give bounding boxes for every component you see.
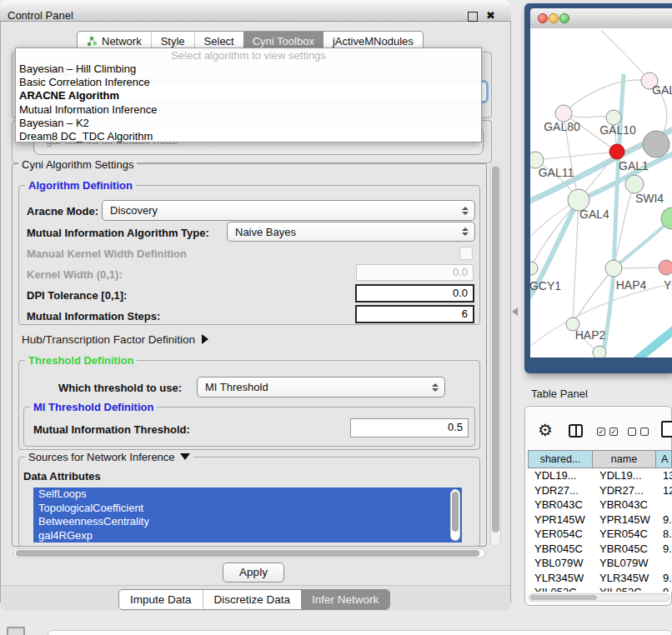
columns-icon[interactable]	[569, 424, 583, 438]
columns-icon-divider	[575, 426, 577, 436]
dpi-tolerance-label: DPI Tolerance [0,1]:	[27, 289, 127, 302]
apply-button[interactable]: Apply	[223, 562, 284, 582]
mi-threshold-input[interactable]: 0.5	[350, 418, 469, 438]
table-row[interactable]: YBR043CYBR043C	[528, 498, 672, 512]
algorithm-option[interactable]: Bayesian – Hill Climbing	[16, 62, 481, 76]
close-icon[interactable]: ✖	[486, 8, 495, 22]
tab-impute-data[interactable]: Impute Data	[119, 590, 203, 609]
data-attributes-label: Data Attributes	[23, 470, 101, 482]
algorithm-option[interactable]: ARACNE Algorithm	[16, 89, 481, 102]
table-cell: YER054C	[593, 528, 658, 540]
algorithm-option[interactable]: Dream8 DC_TDC Algorithm	[16, 130, 481, 143]
algorithm-option[interactable]: Mutual Information Inference	[16, 103, 481, 117]
table-row[interactable]: YBL079WYBL079W	[528, 556, 672, 571]
table-panel-title: Table Panel	[531, 388, 588, 400]
collapsed-arrow-icon	[202, 334, 208, 344]
manual-kernel-label: Manual Kernel Width Definition	[27, 248, 187, 260]
network-node-label: GAL	[652, 83, 672, 97]
network-node[interactable]	[625, 175, 644, 193]
table-cell: YIL052C	[528, 586, 593, 592]
which-threshold-value: MI Threshold	[205, 381, 268, 393]
table-row[interactable]: YBR045CYBR045C9.	[528, 542, 672, 557]
minimized-panel-icon[interactable]	[7, 627, 25, 635]
table-cell: YBR045C	[593, 542, 658, 555]
unchecked-box-icon	[640, 428, 649, 436]
table-cell: 9.	[658, 513, 672, 526]
algorithm-dropdown-popup: Select algorithm to view settings Bayesi…	[15, 48, 482, 142]
kernel-width-input[interactable]: 0.0	[356, 264, 474, 281]
select-all-checkboxes-icon[interactable]: ✓ ✓	[597, 428, 618, 436]
network-node[interactable]	[609, 144, 624, 159]
scrollbar-thumb[interactable]	[492, 166, 499, 532]
mi-algorithm-type-combo[interactable]: Naive Bayes	[227, 222, 475, 242]
mi-algorithm-type-label: Mutual Information Algorithm Type:	[27, 227, 209, 239]
document-icon[interactable]	[661, 421, 672, 438]
which-threshold-combo[interactable]: MI Threshold	[197, 377, 445, 398]
table-column-header[interactable]: A	[656, 450, 672, 468]
algorithm-option[interactable]: Basic Correlation Inference	[16, 76, 481, 89]
table-cell: YER054C	[528, 528, 593, 540]
table-cell: YBL079W	[528, 557, 593, 569]
stepper-arrows-icon	[432, 383, 439, 392]
network-canvas[interactable]: GALGAL80GAL10GAL1GAL11SWI4GAL4GCY1HAP4YH…	[530, 28, 672, 358]
attribute-list-item[interactable]: TopologicalCoefficient	[33, 502, 462, 516]
close-traffic-light[interactable]	[538, 13, 548, 23]
gear-icon[interactable]: ⚙	[538, 421, 553, 439]
table-cell: YLR345W	[528, 572, 593, 584]
attributes-scrollbar[interactable]	[450, 489, 460, 541]
cyni-algorithm-settings-label: Cyni Algorithm Settings	[18, 158, 137, 171]
unchecked-box-icon	[628, 428, 636, 436]
algorithm-option[interactable]: Bayesian – K2	[16, 117, 481, 130]
table-row[interactable]: YLR345WYLR345W9.	[528, 571, 672, 586]
manual-kernel-checkbox[interactable]	[459, 247, 473, 260]
float-window-icon[interactable]	[468, 12, 478, 22]
mi-steps-input[interactable]: 6	[355, 305, 474, 323]
network-node[interactable]	[605, 260, 622, 277]
zoom-traffic-light[interactable]	[559, 13, 569, 23]
network-icon	[87, 36, 98, 47]
attribute-list-item[interactable]: SelfLoops	[33, 488, 462, 502]
settings-vertical-scrollbar[interactable]	[490, 163, 501, 547]
table-cell: 8.	[658, 528, 672, 540]
table-cell: YPR145W	[528, 513, 593, 526]
table-cell: 9.	[658, 586, 672, 592]
attribute-list-item[interactable]: gal4RGexp	[33, 529, 462, 543]
table-row[interactable]: YPR145WYPR145W9.	[528, 512, 672, 528]
table-row[interactable]: YIL052CYIL052C9.	[528, 585, 672, 592]
scrollbar-thumb[interactable]	[530, 595, 597, 600]
algorithm-popup-list: Bayesian – Hill ClimbingBasic Correlatio…	[16, 62, 481, 143]
mi-algorithm-type-value: Naive Bayes	[235, 226, 296, 238]
table-cell: YDR27...	[528, 484, 593, 497]
network-node[interactable]	[593, 346, 606, 358]
minimize-traffic-light[interactable]	[549, 13, 559, 23]
attribute-list-item[interactable]: BetweennessCentrality	[33, 515, 462, 529]
aracne-mode-combo[interactable]: Discovery	[102, 200, 475, 221]
table-column-header[interactable]: shared...	[528, 450, 593, 468]
table-row[interactable]: YER054CYER054C8.	[528, 527, 672, 542]
table-row[interactable]: YDL19...YDL19...13	[528, 468, 672, 483]
network-node[interactable]	[555, 105, 572, 122]
aracne-mode-label: Aracne Mode:	[27, 205, 98, 218]
split-pane-collapse-icon[interactable]	[512, 308, 518, 316]
table-row[interactable]: YDR27...YDR27...12	[528, 483, 672, 498]
network-node[interactable]	[643, 131, 669, 158]
network-node[interactable]	[659, 260, 672, 275]
hub-definition-toggle[interactable]: Hub/Transcription Factor Definition	[22, 333, 208, 346]
dpi-tolerance-input[interactable]: 0.0	[355, 284, 474, 302]
scrollbar-thumb[interactable]	[16, 550, 479, 557]
network-node[interactable]	[530, 262, 538, 275]
sources-group-toggle[interactable]: Sources for Network Inference	[25, 451, 193, 463]
deselect-all-checkboxes-icon[interactable]	[628, 428, 649, 436]
network-node-label: GAL10	[599, 123, 636, 137]
network-node-label: HAP2	[575, 328, 606, 342]
tab-infer-network[interactable]: Infer Network	[301, 590, 389, 609]
network-node-label: Y	[664, 278, 672, 292]
table-column-header[interactable]: name	[593, 450, 656, 468]
scrollbar-thumb[interactable]	[452, 492, 459, 532]
table-cell: YDR27...	[593, 484, 658, 497]
settings-horizontal-scrollbar[interactable]	[13, 548, 485, 558]
network-node-label: HAP4	[616, 278, 647, 292]
tab-discretize-data[interactable]: Discretize Data	[203, 590, 302, 609]
table-cell: 12	[658, 484, 672, 497]
table-horizontal-scrollbar[interactable]	[529, 593, 670, 602]
